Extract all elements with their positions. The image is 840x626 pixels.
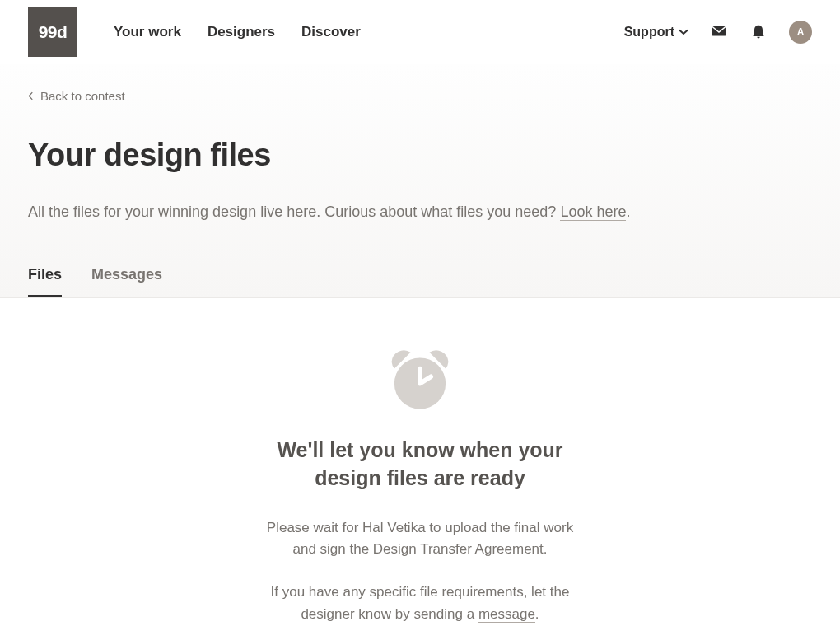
- brand-logo[interactable]: 99d: [28, 7, 77, 57]
- tab-files[interactable]: Files: [28, 266, 62, 297]
- top-nav: 99d Your work Designers Discover Support…: [0, 0, 840, 64]
- tab-messages[interactable]: Messages: [91, 266, 162, 297]
- alarm-clock-icon: [386, 344, 454, 412]
- empty-state-paragraph-2: If you have any specific file requiremen…: [255, 582, 585, 625]
- look-here-link[interactable]: Look here: [560, 203, 626, 221]
- chevron-down-icon: [679, 29, 688, 35]
- page-title: Your design files: [28, 138, 812, 173]
- empty-state-heading: We'll let you know when your design file…: [255, 437, 585, 493]
- empty-state-paragraph-1: Please wait for Hal Vetika to upload the…: [255, 517, 585, 561]
- nav-designers[interactable]: Designers: [208, 24, 275, 40]
- nav-your-work[interactable]: Your work: [114, 24, 181, 40]
- support-dropdown[interactable]: Support: [624, 25, 688, 40]
- send-message-link[interactable]: message: [478, 606, 535, 623]
- avatar-initial: A: [797, 26, 805, 38]
- notifications-icon[interactable]: [749, 23, 768, 41]
- back-link-label: Back to contest: [40, 89, 125, 103]
- avatar[interactable]: A: [789, 21, 812, 44]
- empty-p2-suffix: .: [535, 606, 539, 622]
- support-label: Support: [624, 25, 674, 40]
- page-subtitle: All the files for your winning design li…: [28, 201, 812, 223]
- subtitle-text: All the files for your winning design li…: [28, 203, 560, 220]
- svg-rect-0: [712, 26, 726, 36]
- primary-nav: Your work Designers Discover: [114, 24, 624, 40]
- back-to-contest-link[interactable]: Back to contest: [28, 89, 125, 103]
- content-tabs: Files Messages: [28, 266, 812, 297]
- subtitle-suffix: .: [626, 203, 630, 220]
- brand-logo-text: 99d: [39, 22, 68, 42]
- utility-nav: Support A: [624, 21, 812, 44]
- page-header: Back to contest Your design files All th…: [0, 64, 840, 298]
- main-content: We'll let you know when your design file…: [0, 298, 840, 626]
- nav-discover[interactable]: Discover: [301, 24, 361, 40]
- chevron-left-icon: [28, 91, 34, 100]
- messages-icon[interactable]: [710, 23, 728, 41]
